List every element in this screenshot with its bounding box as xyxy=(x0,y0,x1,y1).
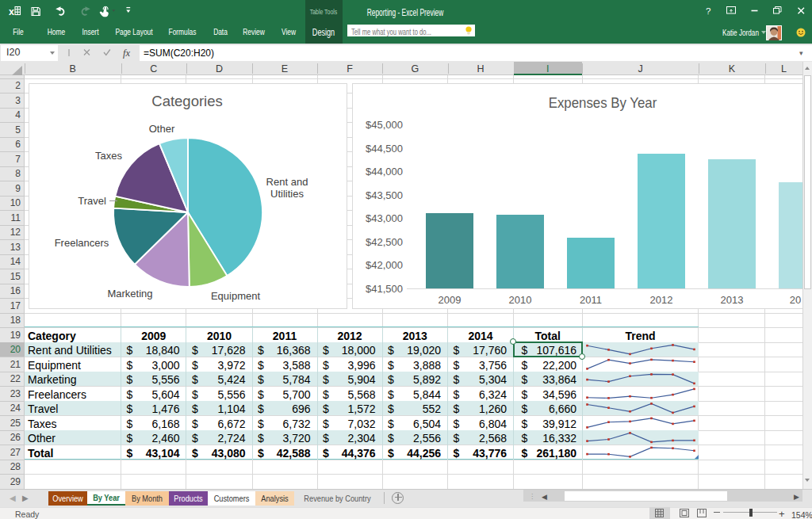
svg-text:x: x xyxy=(9,6,14,17)
svg-text:?: ? xyxy=(706,6,710,16)
svg-text:fx: fx xyxy=(123,48,130,59)
